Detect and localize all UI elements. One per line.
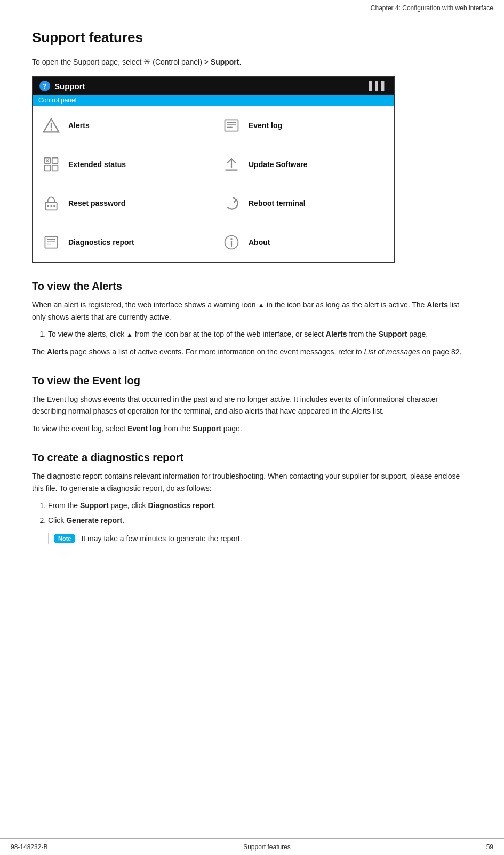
panel-cell-event-log[interactable]: Event log xyxy=(213,106,394,145)
panel-cell-extended-status[interactable]: Extended status xyxy=(33,145,213,184)
footer-center: Support features xyxy=(243,843,291,851)
intro-text-after: (Control panel) > Support. xyxy=(150,58,241,66)
reboot-terminal-label: Reboot terminal xyxy=(249,199,306,208)
note-badge: Note xyxy=(54,534,75,543)
note-box: Note It may take a few minutes to genera… xyxy=(48,533,472,544)
signal-icon: ▌▌▌ xyxy=(369,81,387,91)
svg-rect-18 xyxy=(45,236,57,248)
svg-rect-16 xyxy=(51,205,52,208)
panel-cell-reboot-terminal[interactable]: Reboot terminal xyxy=(213,184,394,223)
about-label: About xyxy=(249,238,270,247)
alerts-para-2: The Alerts page shows a list of active e… xyxy=(32,346,472,358)
event-log-label: Event log xyxy=(249,121,282,130)
control-panel-bar: Control panel xyxy=(33,95,394,106)
section-heading-event-log: To view the Event log xyxy=(32,375,472,387)
control-panel-icon: ✳ xyxy=(143,57,150,66)
panel-cell-alerts[interactable]: Alerts xyxy=(33,106,213,145)
panel-cell-diagnostics-report[interactable]: Diagnostics report xyxy=(33,223,213,262)
reboot-terminal-icon xyxy=(222,194,241,213)
main-content: Support features To open the Support pag… xyxy=(0,14,504,583)
intro-text-before: To open the Support page, select xyxy=(32,58,143,66)
reset-password-label: Reset password xyxy=(68,199,125,208)
support-panel-title: Support xyxy=(54,82,85,91)
svg-rect-9 xyxy=(45,165,51,171)
panel-cell-about[interactable]: About xyxy=(213,223,394,262)
diagnostics-report-icon xyxy=(42,233,61,252)
alerts-icon xyxy=(42,116,61,135)
alerts-list-item-1: To view the alerts, click ▲ from the ico… xyxy=(48,328,472,340)
support-panel: ? Support ▌▌▌ Control panel Alerts xyxy=(32,76,395,263)
diagnostics-list: From the Support page, click Diagnostics… xyxy=(48,500,472,527)
note-text: It may take a few minutes to generate th… xyxy=(81,533,242,544)
reset-password-icon xyxy=(42,194,61,213)
svg-rect-15 xyxy=(47,205,49,208)
about-icon xyxy=(222,233,241,252)
event-log-icon xyxy=(222,116,241,135)
diagnostics-list-item-2: Click Generate report. xyxy=(48,514,472,526)
section-heading-diagnostics: To create a diagnostics report xyxy=(32,452,472,464)
diagnostics-list-item-1: From the Support page, click Diagnostics… xyxy=(48,500,472,511)
panel-cell-reset-password[interactable]: Reset password xyxy=(33,184,213,223)
alerts-para-1: When an alert is registered, the web int… xyxy=(32,299,472,323)
panel-cell-update-software[interactable]: Update Software xyxy=(213,145,394,184)
intro-paragraph: To open the Support page, select ✳ (Cont… xyxy=(32,56,472,68)
page-title: Support features xyxy=(32,29,472,46)
section-heading-alerts: To view the Alerts xyxy=(32,280,472,292)
svg-point-2 xyxy=(51,129,52,131)
support-panel-grid: Alerts Event log xyxy=(33,106,394,262)
diagnostics-report-label: Diagnostics report xyxy=(68,238,134,247)
support-panel-header: ? Support ▌▌▌ xyxy=(33,77,394,95)
page-footer: 98-148232-B Support features 59 xyxy=(0,838,504,855)
event-log-para-1: The Event log shows events that occurred… xyxy=(32,393,472,417)
update-software-icon xyxy=(222,155,241,174)
diagnostics-para-1: The diagnostic report contains relevant … xyxy=(32,470,472,494)
footer-right: 59 xyxy=(486,843,493,851)
extended-status-label: Extended status xyxy=(68,160,126,169)
svg-point-24 xyxy=(230,238,233,240)
svg-rect-8 xyxy=(52,158,58,164)
alerts-list: To view the alerts, click ▲ from the ico… xyxy=(48,328,472,340)
svg-rect-17 xyxy=(53,205,55,208)
help-icon: ? xyxy=(39,81,50,91)
footer-left: 98-148232-B xyxy=(11,843,47,851)
update-software-label: Update Software xyxy=(249,160,307,169)
alerts-label: Alerts xyxy=(68,121,90,130)
page-header: Chapter 4: Configuration with web interf… xyxy=(0,0,504,14)
chapter-title: Chapter 4: Configuration with web interf… xyxy=(371,4,493,12)
svg-rect-10 xyxy=(52,165,58,171)
event-log-para-2: To view the event log, select Event log … xyxy=(32,423,472,434)
extended-status-icon xyxy=(42,155,61,174)
